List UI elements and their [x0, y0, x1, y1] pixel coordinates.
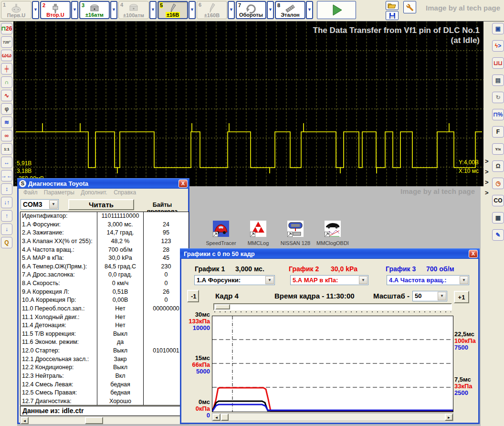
- table-row[interactable]: 12.7 Диагностика:Хорошо: [21, 397, 189, 406]
- table-row[interactable]: 12.1 Дроссельная засл.:Закр: [21, 355, 189, 364]
- menu-parameters[interactable]: Параметры: [44, 189, 74, 196]
- channel-button-Эталон[interactable]: 8Эталон: [275, 1, 305, 19]
- table-row[interactable]: 12.4 Смесь Левая:бедная: [21, 381, 189, 389]
- menu-file[interactable]: Файл: [23, 189, 38, 196]
- frame-slider-thumb[interactable]: [215, 304, 230, 309]
- prev-frame-button[interactable]: -1: [187, 290, 199, 302]
- zoom-button[interactable]: Q: [1, 237, 12, 248]
- graphs-titlebar[interactable]: Графики с 0 по 50 кадр X: [180, 248, 480, 259]
- graphs-close-button[interactable]: X: [469, 250, 478, 258]
- channel-button-±16В[interactable]: 5±16В: [158, 1, 188, 19]
- channel-dropdown-1[interactable]: ▼: [32, 1, 39, 19]
- plot-hscrollbar[interactable]: ◄ ►: [212, 413, 453, 421]
- duty-percent-button[interactable]: ⊓%: [492, 109, 504, 120]
- graph1-select[interactable]: 1.А Форсунки:▼: [194, 275, 275, 285]
- table-row[interactable]: 11.0 Переоб.посл.зап.:Нет00000000: [21, 305, 189, 313]
- settings-button[interactable]: [403, 1, 416, 13]
- table-row[interactable]: 12.2 Кондиционер:Выкл: [21, 363, 189, 372]
- phase-phi-button[interactable]: φ: [1, 103, 12, 115]
- table-row[interactable]: Идентификатор:110111110000: [21, 212, 189, 221]
- open-file-button[interactable]: [386, 1, 399, 10]
- channel-button-Обороты[interactable]: 7Обороты: [236, 1, 266, 19]
- table-row[interactable]: 11.5 Т/В коррекция:Выкл: [21, 330, 189, 339]
- channel-button-Перв.U[interactable]: 1Перв.U: [1, 1, 32, 19]
- sine-wave-button[interactable]: ∿: [1, 90, 12, 101]
- scroll-right-icon[interactable]: ►: [445, 414, 453, 421]
- table-row[interactable]: 11.4 Детонация:Нет: [21, 321, 189, 330]
- speedtracer-shortcut[interactable]: SpeedTracer: [202, 221, 240, 246]
- channel-dropdown-4[interactable]: ▼: [149, 1, 157, 19]
- snapshot-button[interactable]: ▤: [492, 75, 504, 86]
- lissajous-button[interactable]: ∞: [1, 130, 12, 141]
- combo-arrow-icon[interactable]: ▼: [460, 276, 468, 284]
- toyota-hscrollbar[interactable]: ◄ ►: [20, 416, 189, 425]
- save-file-button[interactable]: [386, 11, 399, 20]
- menu-additional[interactable]: Дополнит.: [81, 189, 107, 196]
- com-port-select[interactable]: COM3 ▼: [21, 199, 59, 210]
- scrollbar-thumb[interactable]: [221, 414, 229, 421]
- channel-button-Втор.U[interactable]: 2Втор.U: [40, 1, 71, 19]
- channel-button-±160В[interactable]: 6±160В: [197, 1, 227, 19]
- scope-chevron-icon[interactable]: >: [485, 168, 491, 177]
- mmclogobdi-shortcut[interactable]: MMClogOBDI: [314, 221, 351, 246]
- scope-chevron-icon[interactable]: >: [485, 179, 491, 187]
- tester-button[interactable]: ▦: [492, 212, 504, 224]
- table-row[interactable]: 11.1 Холодный двиг.:Нет: [21, 313, 189, 322]
- table-row[interactable]: 12.5 Смесь Правая:бедная: [21, 389, 189, 397]
- dual-pulse-button[interactable]: ⊔⊔: [492, 57, 504, 69]
- scope-chevron-icon[interactable]: >: [485, 189, 491, 198]
- combo-arrow-icon[interactable]: ▼: [359, 276, 368, 284]
- nissan128-shortcut[interactable]: NISSAN 128: [277, 221, 314, 246]
- h-collapse-button[interactable]: →←: [1, 170, 12, 181]
- yx-mode-button[interactable]: Y/x: [492, 143, 504, 155]
- period-counter-button[interactable]: ⊓26: [1, 23, 12, 34]
- refresh-button[interactable]: ↻: [492, 92, 504, 103]
- scope-chevron-icon[interactable]: >: [485, 158, 491, 166]
- scrollbar-thumb[interactable]: [85, 417, 103, 424]
- table-row[interactable]: 2.А Зажигание:14,7 град.95: [21, 229, 189, 237]
- frequency-button[interactable]: F: [492, 126, 504, 138]
- scale-select[interactable]: 50▼: [412, 291, 447, 301]
- table-row[interactable]: 12.0 Стартер:Выкл01010001: [21, 347, 189, 355]
- h-expand-button[interactable]: ↔: [1, 157, 12, 168]
- channel-dropdown-2[interactable]: ▼: [71, 1, 78, 19]
- monitor-button[interactable]: ▣: [492, 23, 504, 34]
- table-row[interactable]: 10.А Коррекция Пр:0,00В0: [21, 296, 189, 305]
- graph3-select[interactable]: 4.А Частота вращ.:▼: [387, 275, 469, 285]
- channel-dropdown-7[interactable]: ▼: [267, 1, 274, 19]
- one-to-one-button[interactable]: 1:1: [1, 143, 12, 155]
- menu-help[interactable]: Справка: [114, 189, 136, 196]
- ignition-waveform-button[interactable]: ωω: [1, 50, 12, 61]
- channel-dropdown-5[interactable]: ▼: [189, 1, 196, 19]
- v-collapse-button[interactable]: ↓↑: [1, 197, 12, 208]
- shift-up-button[interactable]: ↑: [1, 210, 12, 222]
- combo-arrow-icon[interactable]: ▼: [265, 276, 274, 284]
- channel-dropdown-8[interactable]: ▼: [306, 1, 313, 19]
- table-row[interactable]: 3.А Клапан ХХ(% от 255):48,2 %123: [21, 237, 189, 246]
- v-expand-button[interactable]: ↕: [1, 183, 12, 195]
- channel-button-±16атм[interactable]: 3±16атм: [79, 1, 110, 19]
- frame-slider[interactable]: [213, 303, 452, 310]
- channel-dropdown-3[interactable]: ▼: [110, 1, 117, 19]
- compass-button[interactable]: ✎: [492, 229, 504, 241]
- clock-button[interactable]: ◷: [492, 178, 504, 189]
- table-row[interactable]: 4.А Частота вращ.:700 об/м28: [21, 246, 189, 255]
- graph2-select[interactable]: 5.А МАР в кПа:▼: [290, 275, 368, 285]
- spark-test-button[interactable]: ϟ>: [492, 40, 504, 52]
- combo-arrow-icon[interactable]: ▼: [49, 200, 58, 209]
- toyota-close-button[interactable]: X: [178, 180, 188, 188]
- next-frame-button[interactable]: +1: [454, 291, 469, 303]
- scroll-left-icon[interactable]: ◄: [212, 414, 220, 421]
- channel-dropdown-6[interactable]: ▼: [228, 1, 235, 19]
- table-row[interactable]: 9.А Коррекция Л:0,51В26: [21, 288, 189, 297]
- combo-arrow-icon[interactable]: ▼: [438, 292, 446, 300]
- pulse-sync-button[interactable]: ╪: [1, 63, 12, 75]
- channel-button-±100атм[interactable]: 4±100атм: [118, 1, 149, 19]
- angle-720-button[interactable]: 720°: [1, 36, 12, 48]
- read-button[interactable]: Читать: [68, 199, 134, 210]
- multi-wave-button[interactable]: ≋: [1, 117, 12, 128]
- table-row[interactable]: 5.А МАР в кПа:30,0 kPa45: [21, 254, 189, 263]
- table-row[interactable]: 6.А Темпер.ОЖ(Прям.):84,5 град.С230: [21, 263, 189, 271]
- table-row[interactable]: 8.А Скорость:0 км/ч0: [21, 279, 189, 288]
- toyota-titlebar[interactable]: S Диагностика Toyota X: [17, 178, 189, 189]
